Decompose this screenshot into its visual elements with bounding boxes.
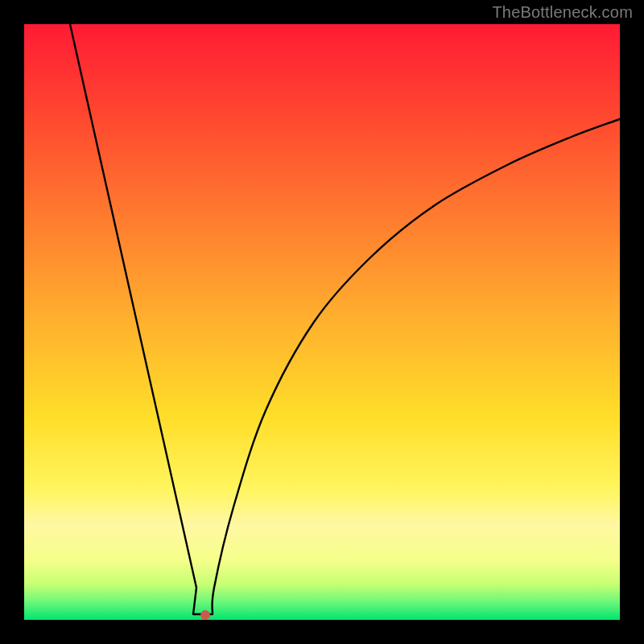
watermark-text: TheBottleneck.com xyxy=(492,3,633,22)
plot-area xyxy=(24,24,620,620)
gradient-background xyxy=(24,24,620,620)
chart-root: TheBottleneck.com xyxy=(0,0,644,644)
chart-svg xyxy=(24,24,620,620)
marker-dot xyxy=(200,610,210,620)
